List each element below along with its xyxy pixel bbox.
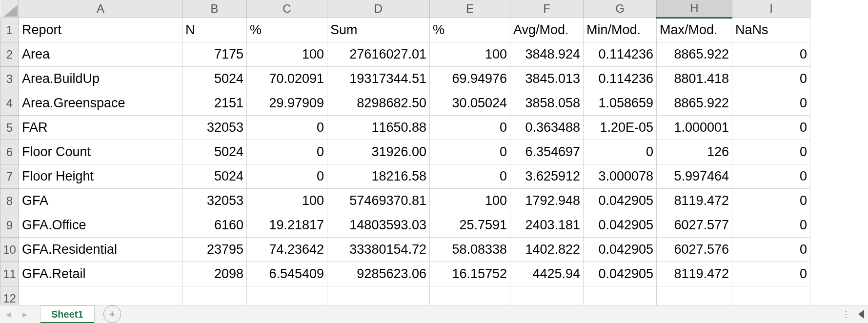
- cell[interactable]: 0: [732, 213, 810, 237]
- cell[interactable]: 0: [430, 115, 510, 140]
- cell[interactable]: 25.7591: [430, 213, 510, 237]
- cell[interactable]: 0: [584, 140, 657, 164]
- cell[interactable]: 4425.94: [510, 262, 584, 286]
- cell[interactable]: 100: [247, 42, 327, 66]
- cell[interactable]: 0.042905: [584, 237, 657, 262]
- row-header-12[interactable]: 12: [0, 286, 19, 305]
- cell[interactable]: 8865.922: [657, 91, 732, 115]
- cell[interactable]: FAR: [19, 115, 182, 140]
- cell[interactable]: 6.354697: [510, 140, 584, 164]
- cell[interactable]: 0: [247, 115, 327, 140]
- col-header-G[interactable]: G: [584, 0, 657, 18]
- cell[interactable]: 6027.576: [657, 237, 732, 262]
- cell[interactable]: Avg/Mod.: [510, 18, 584, 42]
- cell[interactable]: 3.625912: [510, 164, 584, 188]
- cell[interactable]: GFA.Residential: [19, 237, 182, 262]
- tab-menu-icon[interactable]: ⋮: [842, 309, 852, 320]
- cell[interactable]: 8119.472: [657, 262, 732, 286]
- cell[interactable]: NaNs: [732, 18, 810, 42]
- cell[interactable]: Area: [19, 42, 182, 66]
- cell[interactable]: 1.058659: [584, 91, 657, 115]
- row-header-2[interactable]: 2: [0, 42, 19, 66]
- col-header-B[interactable]: B: [182, 0, 247, 18]
- cell[interactable]: Report: [19, 18, 182, 42]
- cell[interactable]: 0.114236: [584, 66, 657, 91]
- cell[interactable]: 58.08338: [430, 237, 510, 262]
- cell[interactable]: 29.97909: [247, 91, 327, 115]
- cell[interactable]: GFA.Office: [19, 213, 182, 237]
- cell[interactable]: 0: [247, 140, 327, 164]
- cell[interactable]: 11650.88: [327, 115, 430, 140]
- cell[interactable]: 100: [430, 188, 510, 213]
- cell[interactable]: 0: [732, 91, 810, 115]
- cell[interactable]: 0: [732, 42, 810, 66]
- cell[interactable]: Area.Greenspace: [19, 91, 182, 115]
- tab-nav-prev[interactable]: ◂: [0, 305, 17, 323]
- col-header-A[interactable]: A: [19, 0, 182, 18]
- cell[interactable]: 0: [732, 262, 810, 286]
- cell[interactable]: Floor Height: [19, 164, 182, 188]
- cell[interactable]: [732, 286, 810, 305]
- cell[interactable]: [584, 286, 657, 305]
- cell[interactable]: 0: [430, 140, 510, 164]
- cell[interactable]: 57469370.81: [327, 188, 430, 213]
- cell[interactable]: 0: [732, 66, 810, 91]
- cell[interactable]: [430, 286, 510, 305]
- cell[interactable]: 0: [732, 115, 810, 140]
- cell[interactable]: 3.000078: [584, 164, 657, 188]
- cell[interactable]: 32053: [182, 188, 247, 213]
- cell[interactable]: 5024: [182, 164, 247, 188]
- tab-nav-next[interactable]: ▸: [17, 305, 33, 323]
- cell[interactable]: 3858.058: [510, 91, 584, 115]
- cell[interactable]: [510, 286, 584, 305]
- cell[interactable]: 18216.58: [327, 164, 430, 188]
- cell[interactable]: GFA.Retail: [19, 262, 182, 286]
- cell[interactable]: %: [247, 18, 327, 42]
- row-header-11[interactable]: 11: [0, 262, 19, 286]
- cell[interactable]: 0: [732, 164, 810, 188]
- cell[interactable]: 2403.181: [510, 213, 584, 237]
- add-sheet-button[interactable]: +: [103, 305, 121, 323]
- cell[interactable]: Floor Count: [19, 140, 182, 164]
- cell[interactable]: 0: [430, 164, 510, 188]
- spreadsheet-grid[interactable]: A B C D E F G H I 1 Report N % Sum % Avg…: [0, 0, 810, 305]
- cell[interactable]: 32053: [182, 115, 247, 140]
- cell[interactable]: 30.05024: [430, 91, 510, 115]
- col-header-I[interactable]: I: [732, 0, 810, 18]
- cell[interactable]: 27616027.01: [327, 42, 430, 66]
- cell[interactable]: 8865.922: [657, 42, 732, 66]
- cell[interactable]: Area.BuildUp: [19, 66, 182, 91]
- cell[interactable]: 31926.00: [327, 140, 430, 164]
- col-header-F[interactable]: F: [510, 0, 584, 18]
- scroll-left-icon[interactable]: [858, 310, 864, 319]
- cell[interactable]: N: [182, 18, 247, 42]
- cell[interactable]: 8801.418: [657, 66, 732, 91]
- row-header-5[interactable]: 5: [0, 115, 19, 140]
- row-header-8[interactable]: 8: [0, 188, 19, 213]
- cell[interactable]: 5024: [182, 66, 247, 91]
- sheet-tab[interactable]: Sheet1: [40, 305, 95, 323]
- cell[interactable]: 0.042905: [584, 188, 657, 213]
- cell[interactable]: 0: [732, 237, 810, 262]
- cell[interactable]: 6027.577: [657, 213, 732, 237]
- cell[interactable]: 0.363488: [510, 115, 584, 140]
- cell[interactable]: 19.21817: [247, 213, 327, 237]
- cell[interactable]: 126: [657, 140, 732, 164]
- cell[interactable]: [182, 286, 247, 305]
- cell[interactable]: 0.114236: [584, 42, 657, 66]
- cell[interactable]: Sum: [327, 18, 430, 42]
- row-header-1[interactable]: 1: [0, 18, 19, 42]
- cell[interactable]: 74.23642: [247, 237, 327, 262]
- cell[interactable]: GFA: [19, 188, 182, 213]
- col-header-D[interactable]: D: [327, 0, 430, 18]
- col-header-H[interactable]: H: [657, 0, 732, 18]
- cell[interactable]: 14803593.03: [327, 213, 430, 237]
- cell[interactable]: 1792.948: [510, 188, 584, 213]
- cell[interactable]: 5.997464: [657, 164, 732, 188]
- cell[interactable]: 9285623.06: [327, 262, 430, 286]
- row-header-9[interactable]: 9: [0, 213, 19, 237]
- cell[interactable]: 2151: [182, 91, 247, 115]
- cell[interactable]: 19317344.51: [327, 66, 430, 91]
- row-header-10[interactable]: 10: [0, 237, 19, 262]
- cell[interactable]: 5024: [182, 140, 247, 164]
